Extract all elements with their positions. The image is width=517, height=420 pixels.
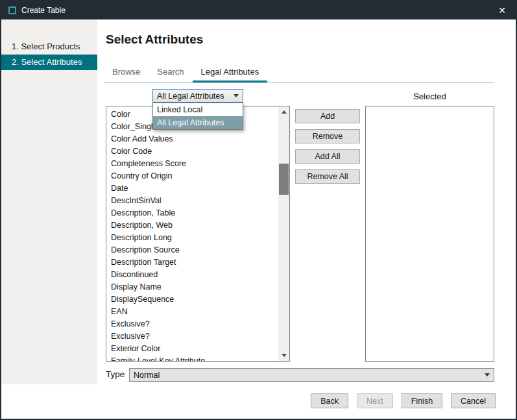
title-bar: Create Table ✕	[1, 1, 516, 19]
tab-separator-line	[104, 82, 494, 83]
legal-attributes-filter-dropdown[interactable]: All Legal Attributes	[152, 89, 243, 103]
list-item[interactable]: Exclusive?	[106, 318, 278, 330]
create-table-dialog: Create Table ✕ 1. Select Products 2. Sel…	[0, 0, 517, 420]
tab[interactable]: Legal Attributes	[193, 62, 268, 82]
list-item[interactable]: Country of Origin	[106, 170, 278, 182]
chevron-down-icon	[485, 373, 490, 377]
next-button[interactable]: Next	[357, 393, 393, 408]
dropdown-option[interactable]: Linked Local	[153, 103, 243, 116]
dropdown-option[interactable]: All Legal Attributes	[153, 116, 243, 129]
add-all-button[interactable]: Add All	[295, 149, 360, 164]
page-title: Select Attributes	[106, 32, 203, 47]
tab[interactable]: Search	[149, 62, 192, 82]
selected-list-label: Selected	[365, 92, 494, 101]
close-icon[interactable]: ✕	[496, 5, 509, 16]
filter-dropdown-options: Linked Local All Legal Attributes	[152, 103, 243, 130]
wizard-step[interactable]: 1. Select Products	[1, 39, 97, 55]
scroll-up-icon[interactable]	[278, 106, 289, 117]
list-item[interactable]: Description, Table	[106, 207, 278, 219]
list-item[interactable]: Exclusive?	[106, 330, 278, 343]
app-icon	[8, 6, 16, 14]
available-attributes-items: Color Color_SingleValue Color Add Values…	[106, 108, 278, 361]
list-item[interactable]: Color Add Values	[106, 133, 278, 145]
selected-attributes-list[interactable]	[365, 106, 494, 362]
dialog-footer: Back Next Finish Cancel	[311, 393, 496, 408]
scrollbar[interactable]	[278, 106, 289, 361]
remove-all-button[interactable]: Remove All	[295, 169, 360, 184]
wizard-steps-sidebar: 1. Select Products 2. Select Attributes	[1, 19, 97, 384]
list-item[interactable]: Description Source	[106, 244, 278, 256]
list-item[interactable]: Description Long	[106, 232, 278, 244]
back-button[interactable]: Back	[311, 393, 348, 408]
list-item[interactable]: Completeness Score	[106, 158, 278, 170]
window-title: Create Table	[21, 6, 66, 15]
add-button[interactable]: Add	[295, 109, 360, 123]
tab[interactable]: Browse	[104, 62, 149, 82]
type-dropdown-value: Normal	[134, 371, 160, 380]
type-label: Type	[106, 369, 125, 379]
list-item[interactable]: Discontinued	[106, 269, 278, 281]
available-attributes-list: Color Color_SingleValue Color Add Values…	[106, 106, 290, 362]
cancel-button[interactable]: Cancel	[451, 393, 496, 408]
list-item[interactable]: DisplaySequence	[106, 293, 278, 306]
list-item[interactable]: Display Name	[106, 281, 278, 293]
list-item[interactable]: DescIntSinVal	[106, 195, 278, 207]
list-item[interactable]: EAN	[106, 306, 278, 318]
scrollbar-thumb[interactable]	[279, 164, 289, 195]
tab-bar: Browse Search Legal Attributes	[104, 62, 267, 82]
transfer-actions: Add Remove Add All Remove All	[295, 109, 360, 184]
list-item[interactable]: Description Target	[106, 256, 278, 269]
type-dropdown[interactable]: Normal	[129, 368, 494, 382]
chevron-down-icon	[234, 94, 239, 97]
list-item[interactable]: Description, Web	[106, 219, 278, 232]
list-item[interactable]: Date	[106, 182, 278, 195]
list-item[interactable]: Family-Level Key Attribute	[106, 355, 278, 361]
list-item[interactable]: Exterior Color	[106, 343, 278, 355]
wizard-step[interactable]: 2. Select Attributes	[1, 55, 97, 70]
scroll-down-icon[interactable]	[278, 350, 289, 361]
remove-button[interactable]: Remove	[295, 129, 360, 143]
list-item[interactable]: Color Code	[106, 145, 278, 158]
filter-dropdown-value: All Legal Attributes	[157, 92, 224, 101]
finish-button[interactable]: Finish	[402, 393, 442, 408]
